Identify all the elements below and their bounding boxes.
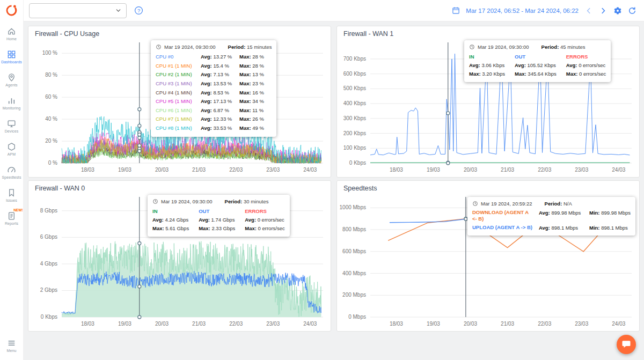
chart-tooltip: Mar 19 2024, 20:59:22Period: N/ADOWNLOAD… bbox=[467, 197, 635, 236]
sidebar-item-monitoring[interactable]: Monitoring bbox=[0, 91, 24, 114]
tooltip-period: Period: 30 minutes bbox=[225, 199, 269, 204]
chevron-right-icon[interactable] bbox=[599, 6, 608, 15]
tooltip-stat: Avg: 4.24 Gbps bbox=[152, 217, 188, 223]
sidebar-item-label: Speedtests bbox=[2, 175, 21, 179]
tooltip-series-row: DOWNLOAD (AGENT A <- B)Avg: 899.98 MbpsM… bbox=[472, 209, 631, 223]
refresh-icon[interactable] bbox=[628, 6, 636, 15]
clock-icon bbox=[156, 44, 162, 50]
tooltip-period: Period: 15 minutes bbox=[228, 44, 272, 50]
date-controls: Mar 17 2024, 06:52 - Mar 24 2024, 06:22 bbox=[452, 6, 636, 15]
chevron-left-icon[interactable] bbox=[584, 6, 593, 15]
svg-text:600 Kbps: 600 Kbps bbox=[343, 71, 366, 77]
svg-text:22/03: 22/03 bbox=[538, 321, 551, 327]
tooltip-series-row: CPU #4 (1 MIN)Avg: 8.53 %Max: 16 % bbox=[156, 89, 272, 98]
sidebar-item-label: Dashboards bbox=[1, 60, 22, 64]
panel-firewall-wan-0: Firewall - WAN 0 0 Kbps2 Gbps4 Gbps6 Gbp… bbox=[28, 180, 331, 332]
svg-text:0 Mbps: 0 Mbps bbox=[348, 314, 366, 320]
sidebar-item-label: Reports bbox=[5, 222, 18, 225]
chat-fab-button[interactable] bbox=[617, 335, 636, 354]
hover-marker bbox=[447, 112, 450, 115]
chart-speedtests[interactable]: 0 Mbps200 Mbps400 Mbps600 Mbps800 Mbps10… bbox=[337, 194, 639, 331]
hover-marker bbox=[447, 161, 450, 165]
tooltip-stat: Avg: 105.52 Kbps bbox=[515, 62, 556, 68]
sidebar-item-speedtests[interactable]: Speedtests bbox=[0, 160, 24, 183]
hover-marker bbox=[464, 217, 467, 221]
sidebar-item-label: Agents bbox=[5, 83, 17, 87]
clock-icon bbox=[152, 199, 158, 204]
svg-text:19/03: 19/03 bbox=[118, 167, 131, 173]
svg-text:100 Kbps: 100 Kbps bbox=[343, 145, 366, 151]
sidebar-item-issues[interactable]: Issues bbox=[0, 183, 24, 207]
chevron-down-icon bbox=[115, 7, 122, 14]
settings-gear-icon[interactable] bbox=[613, 6, 622, 15]
tooltip-series-row: CPU #5 (1 MIN)Avg: 17.13 %Max: 34 % bbox=[156, 97, 272, 106]
svg-text:20/03: 20/03 bbox=[155, 321, 169, 327]
tooltip-stat: Max: 11 % bbox=[239, 106, 264, 115]
panel-firewall-wan-1: Firewall - WAN 1 0 Kbps100 Kbps200 Kbps3… bbox=[336, 26, 640, 178]
sidebar-item-devices[interactable]: Devices bbox=[0, 114, 24, 137]
svg-text:18/03: 18/03 bbox=[390, 321, 403, 327]
tooltip-stat: Avg: 0 errors/sec bbox=[566, 62, 606, 68]
sidebar-item-home[interactable]: Home bbox=[0, 22, 24, 45]
svg-text:21/03: 21/03 bbox=[192, 167, 206, 173]
dashboard-selector[interactable] bbox=[29, 3, 127, 18]
svg-text:200 Kbps: 200 Kbps bbox=[343, 130, 366, 136]
app-logo-icon[interactable] bbox=[5, 4, 18, 17]
svg-text:?: ? bbox=[137, 8, 140, 13]
hover-marker bbox=[138, 315, 141, 319]
hover-marker bbox=[138, 124, 141, 127]
svg-text:300 Kbps: 300 Kbps bbox=[343, 115, 366, 121]
chart-firewall-wan-0[interactable]: 0 Kbps2 Gbps4 Gbps6 Gbps8 Gbps18/0319/03… bbox=[28, 194, 331, 331]
sidebar: Home Dashboards Agents Monitoring Device… bbox=[0, 0, 24, 360]
date-range-label[interactable]: Mar 17 2024, 06:52 - Mar 24 2024, 06:22 bbox=[466, 8, 579, 14]
tooltip-series-name: UPLOAD (AGENT A -> B) bbox=[472, 224, 535, 231]
dashboard-grid: Firewall - CPU Usage 0 %20 %40 %60 %80 %… bbox=[24, 21, 644, 360]
svg-text:60 %: 60 % bbox=[45, 94, 57, 100]
speedtest-gauge-icon bbox=[7, 165, 16, 174]
sidebar-item-apm[interactable]: APM bbox=[0, 137, 24, 160]
svg-text:18/03: 18/03 bbox=[81, 167, 94, 173]
chart-tooltip: Mar 19 2024, 09:30:00Period: 45 minutesI… bbox=[464, 40, 611, 82]
svg-text:500 Kbps: 500 Kbps bbox=[343, 85, 366, 91]
tooltip-stat: Min: 899.98 Mbps bbox=[589, 209, 631, 217]
chart-firewall-cpu-usage[interactable]: 0 %20 %40 %60 %80 %100 %18/0319/0320/032… bbox=[28, 39, 331, 177]
svg-text:0 Kbps: 0 Kbps bbox=[349, 160, 366, 166]
svg-text:100 %: 100 % bbox=[42, 50, 57, 56]
svg-text:24/03: 24/03 bbox=[303, 167, 317, 173]
tooltip-stat: Avg: 13.27 % bbox=[201, 53, 236, 62]
issues-bookmark-icon bbox=[7, 188, 16, 197]
help-icon[interactable]: ? bbox=[134, 6, 143, 15]
tooltip-series-name: CPU #0 bbox=[156, 53, 197, 62]
chart-firewall-wan-1[interactable]: 0 Kbps100 Kbps200 Kbps300 Kbps400 Kbps50… bbox=[337, 39, 639, 177]
svg-text:22/03: 22/03 bbox=[229, 167, 243, 173]
svg-text:4 Gbps: 4 Gbps bbox=[40, 261, 57, 267]
chat-bubble-icon bbox=[621, 340, 631, 349]
svg-text:200 Mbps: 200 Mbps bbox=[342, 292, 366, 298]
hover-marker bbox=[138, 144, 141, 147]
calendar-icon[interactable] bbox=[452, 6, 460, 14]
dashboards-icon bbox=[7, 50, 16, 59]
svg-text:19/03: 19/03 bbox=[427, 167, 440, 173]
apm-hexagon-icon bbox=[7, 142, 16, 151]
svg-text:700 Kbps: 700 Kbps bbox=[343, 56, 366, 62]
agents-pin-icon bbox=[7, 73, 16, 82]
tooltip-stat: Max: 49 % bbox=[239, 124, 264, 133]
sidebar-item-reports[interactable]: NEW! Reports bbox=[0, 207, 24, 230]
panel-title: Firewall - CPU Usage bbox=[28, 26, 331, 39]
svg-text:21/03: 21/03 bbox=[501, 167, 514, 173]
monitoring-bars-icon bbox=[7, 96, 16, 105]
tooltip-stat: Avg: 1.74 Gbps bbox=[199, 217, 235, 223]
tooltip-series-col: INAvg: 3.06 KbpsMax: 3.20 Kbps bbox=[469, 53, 505, 78]
sidebar-item-agents[interactable]: Agents bbox=[0, 68, 24, 91]
sidebar-item-dashboards[interactable]: Dashboards bbox=[0, 45, 24, 68]
sidebar-item-menu[interactable]: Menu bbox=[0, 334, 24, 357]
tooltip-period: Period: 45 minutes bbox=[541, 44, 586, 50]
tooltip-series-name: DOWNLOAD (AGENT A <- B) bbox=[472, 209, 535, 223]
tooltip-series-row: CPU #3 (1 MIN)Avg: 13.53 %Max: 23 % bbox=[156, 79, 272, 89]
svg-text:20/03: 20/03 bbox=[464, 321, 477, 327]
tooltip-series-name: CPU #7 (1 MIN) bbox=[156, 115, 197, 124]
svg-text:19/03: 19/03 bbox=[118, 321, 131, 327]
clock-icon bbox=[469, 44, 475, 50]
tooltip-series-row: CPU #1 (1 MIN)Avg: 15.4 %Max: 28 % bbox=[156, 62, 272, 71]
tooltip-series-col: INAvg: 4.24 GbpsMax: 5.61 Gbps bbox=[152, 207, 189, 233]
